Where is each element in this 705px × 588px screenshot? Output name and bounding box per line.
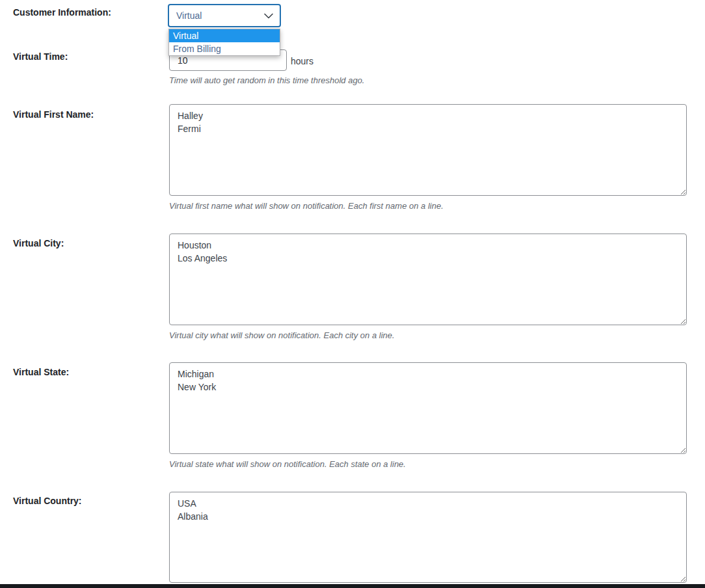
virtual-time-unit-label: hours [291,55,313,68]
virtual-city-label: Virtual City: [13,238,64,248]
dropdown-option-from-billing[interactable]: From Billing [169,42,280,55]
customer-information-label: Customer Information: [13,7,111,18]
virtual-first-name-label: Virtual First Name: [13,109,94,120]
dropdown-option-virtual[interactable]: Virtual [169,29,280,42]
virtual-first-name-textarea[interactable]: Halley Fermi [169,104,687,196]
customer-information-dropdown: Virtual From Billing [168,29,280,56]
virtual-first-name-help-text: Virtual first name what will show on not… [169,201,444,211]
virtual-country-textarea[interactable]: USA Albania [169,492,687,583]
screen-bottom-bar [0,584,705,588]
virtual-state-label: Virtual State: [13,367,69,377]
select-current-value: Virtual [176,10,202,21]
virtual-city-help-text: Virtual city what will show on notificat… [169,330,395,341]
customer-information-select[interactable]: Virtual [168,4,281,27]
virtual-state-help-text: Virtual state what will show on notifica… [169,459,406,470]
virtual-country-label: Virtual Country: [13,496,82,506]
virtual-time-label: Virtual Time: [13,51,68,62]
virtual-city-textarea[interactable]: Houston Los Angeles [169,234,687,325]
chevron-down-icon [264,13,273,19]
virtual-state-textarea[interactable]: Michigan New York [169,362,687,454]
virtual-time-help-text: Time will auto get random in this time t… [169,75,364,86]
